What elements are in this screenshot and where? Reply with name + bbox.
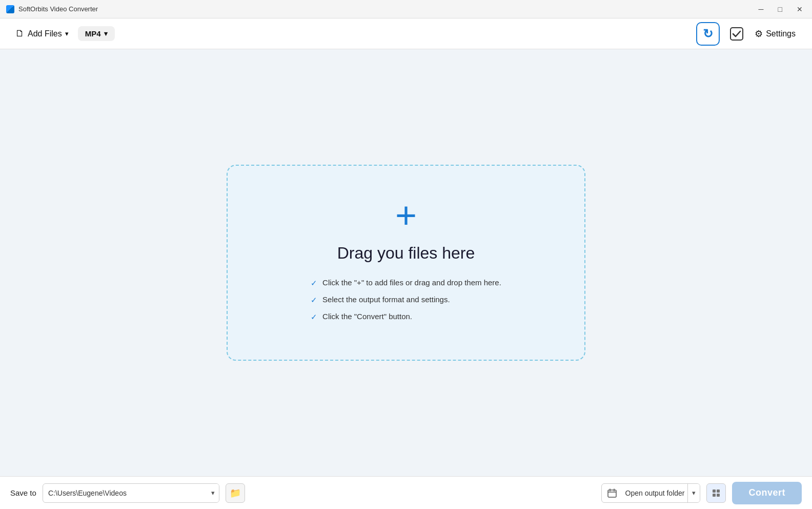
toolbar: 🗋 Add Files ▾ MP4 ▾ ↻ ⚙ Settings [0, 18, 812, 49]
add-file-icon: 🗋 [15, 28, 25, 39]
svg-rect-1 [608, 490, 616, 497]
main-content: + Drag you files here ✓ Click the "+" to… [0, 49, 812, 476]
settings-label: Settings [766, 29, 796, 38]
save-to-label: Save to [10, 488, 36, 497]
check-mark-2: ✓ [311, 296, 317, 305]
maximize-button[interactable]: □ [775, 4, 785, 14]
drop-zone-instructions: ✓ Click the "+" to add files or drag and… [311, 278, 501, 329]
instruction-3: ✓ Click the "Convert" button. [311, 312, 501, 322]
instruction-1: ✓ Click the "+" to add files or drag and… [311, 278, 501, 288]
title-bar-controls: ─ □ ✕ [756, 4, 806, 14]
check-mark-3: ✓ [311, 312, 317, 322]
folder-icon: 📁 [230, 487, 241, 499]
format-chevron-icon: ▾ [104, 30, 108, 37]
app-title: SoftOrbits Video Converter [18, 5, 756, 13]
format-label: MP4 [85, 29, 101, 38]
gear-icon: ⚙ [755, 28, 763, 40]
svg-rect-0 [730, 28, 743, 40]
settings-button[interactable]: ⚙ Settings [748, 25, 802, 43]
instruction-3-text: Click the "Convert" button. [322, 312, 412, 321]
title-bar: SoftOrbits Video Converter ─ □ ✕ [0, 0, 812, 18]
checkmark-icon [729, 27, 744, 41]
drop-zone-plus-icon: + [395, 197, 417, 233]
instruction-2: ✓ Select the output format and settings. [311, 295, 501, 305]
open-output-dropdown-button[interactable]: ▾ [687, 484, 700, 502]
instruction-2-text: Select the output format and settings. [322, 295, 450, 304]
convert-button[interactable]: Convert [732, 482, 802, 504]
footer: Save to 📁 Open output folder ▾ Convert [0, 476, 812, 509]
save-path-input[interactable] [43, 489, 207, 497]
format-select-button[interactable]: MP4 ▾ [78, 26, 115, 41]
browse-folder-button[interactable]: 📁 [226, 483, 245, 503]
calendar-icon [602, 488, 622, 498]
check-mark-1: ✓ [311, 279, 317, 288]
grid-view-button[interactable] [706, 483, 726, 503]
drop-zone-title: Drag you files here [337, 244, 475, 263]
add-files-button[interactable]: 🗋 Add Files ▾ [10, 25, 74, 42]
minimize-button[interactable]: ─ [756, 4, 767, 14]
check-icon-button[interactable] [725, 22, 748, 46]
drop-zone[interactable]: + Drag you files here ✓ Click the "+" to… [227, 165, 585, 361]
add-files-chevron-icon: ▾ [65, 30, 69, 37]
app-icon [6, 5, 14, 13]
instruction-1-text: Click the "+" to add files or drag and d… [322, 278, 501, 287]
save-path-dropdown-button[interactable] [207, 484, 219, 502]
open-output-label[interactable]: Open output folder [622, 489, 688, 497]
grid-icon [713, 490, 720, 497]
convert-rotate-icon: ↻ [703, 27, 713, 41]
close-button[interactable]: ✕ [794, 4, 806, 14]
convert-icon-button[interactable]: ↻ [696, 22, 720, 46]
save-path-wrapper [43, 483, 219, 503]
add-files-label: Add Files [28, 29, 62, 38]
open-output-wrapper: Open output folder ▾ [601, 483, 701, 503]
